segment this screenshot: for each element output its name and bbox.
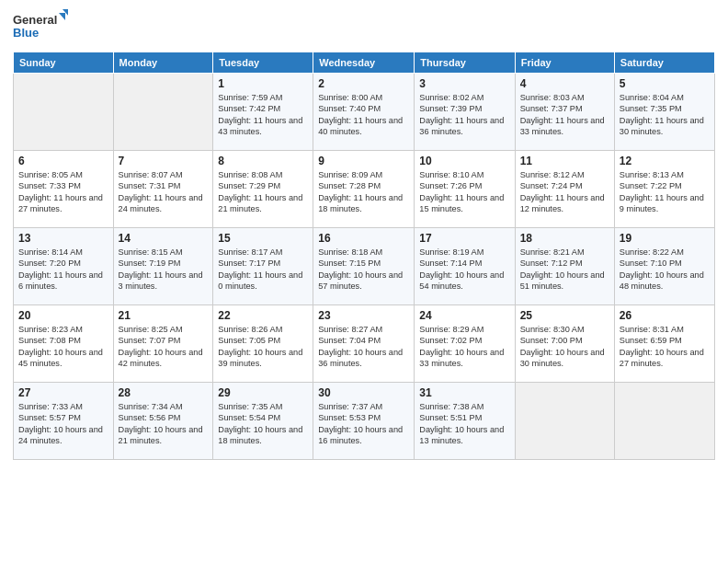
day-info: Sunrise: 8:12 AMSunset: 7:24 PMDaylight:… — [520, 169, 609, 215]
day-number: 19 — [620, 232, 710, 245]
day-number: 7 — [119, 155, 209, 167]
day-number: 6 — [18, 155, 108, 167]
page: General Blue SundayMondayTuesdayWednesda… — [0, 0, 728, 563]
day-number: 2 — [318, 77, 409, 90]
day-number: 10 — [419, 155, 509, 167]
day-number: 5 — [620, 77, 710, 90]
day-number: 20 — [18, 309, 108, 322]
header-day-saturday: Saturday — [614, 52, 714, 74]
calendar-cell: 22Sunrise: 8:26 AMSunset: 7:05 PMDayligh… — [213, 305, 313, 383]
day-number: 24 — [419, 309, 509, 322]
calendar-cell: 8Sunrise: 8:08 AMSunset: 7:29 PMDaylight… — [213, 151, 313, 228]
calendar-cell: 31Sunrise: 7:38 AMSunset: 5:51 PMDayligh… — [415, 383, 515, 460]
day-info: Sunrise: 7:37 AMSunset: 5:53 PMDaylight:… — [318, 401, 409, 447]
day-number: 11 — [520, 155, 609, 167]
calendar-cell: 4Sunrise: 8:03 AMSunset: 7:37 PMDaylight… — [515, 74, 614, 151]
header-day-friday: Friday — [515, 52, 614, 74]
day-info: Sunrise: 8:00 AMSunset: 7:40 PMDaylight:… — [318, 92, 409, 138]
day-info: Sunrise: 8:25 AMSunset: 7:07 PMDaylight:… — [119, 324, 209, 370]
day-info: Sunrise: 8:30 AMSunset: 7:00 PMDaylight:… — [520, 324, 609, 370]
calendar-cell — [14, 74, 114, 151]
day-number: 26 — [620, 309, 710, 322]
day-number: 12 — [620, 155, 710, 167]
day-number: 9 — [318, 155, 409, 167]
day-number: 21 — [119, 309, 209, 322]
calendar-week-1: 1Sunrise: 7:59 AMSunset: 7:42 PMDaylight… — [14, 74, 715, 151]
calendar-cell: 3Sunrise: 8:02 AMSunset: 7:39 PMDaylight… — [415, 74, 515, 151]
day-info: Sunrise: 8:04 AMSunset: 7:35 PMDaylight:… — [620, 92, 710, 138]
day-number: 4 — [520, 77, 609, 90]
day-number: 3 — [419, 77, 509, 90]
day-info: Sunrise: 8:29 AMSunset: 7:02 PMDaylight:… — [419, 324, 509, 370]
day-info: Sunrise: 7:59 AMSunset: 7:42 PMDaylight:… — [218, 92, 308, 138]
day-info: Sunrise: 8:13 AMSunset: 7:22 PMDaylight:… — [620, 169, 710, 215]
day-info: Sunrise: 8:03 AMSunset: 7:37 PMDaylight:… — [520, 92, 609, 138]
day-info: Sunrise: 8:31 AMSunset: 6:59 PMDaylight:… — [620, 324, 710, 370]
day-info: Sunrise: 8:17 AMSunset: 7:17 PMDaylight:… — [218, 247, 308, 293]
calendar-week-2: 6Sunrise: 8:05 AMSunset: 7:33 PMDaylight… — [14, 151, 715, 228]
day-number: 8 — [218, 155, 308, 167]
calendar-body: 1Sunrise: 7:59 AMSunset: 7:42 PMDaylight… — [14, 74, 715, 460]
logo-svg: General Blue — [13, 9, 68, 44]
calendar-cell: 30Sunrise: 7:37 AMSunset: 5:53 PMDayligh… — [313, 383, 415, 460]
header-day-sunday: Sunday — [14, 52, 114, 74]
day-info: Sunrise: 8:27 AMSunset: 7:04 PMDaylight:… — [318, 324, 409, 370]
header-day-wednesday: Wednesday — [313, 52, 415, 74]
day-number: 30 — [318, 386, 409, 399]
calendar-cell: 20Sunrise: 8:23 AMSunset: 7:08 PMDayligh… — [14, 305, 114, 383]
calendar-cell — [515, 383, 614, 460]
day-number: 18 — [520, 232, 609, 245]
day-number: 15 — [218, 232, 308, 245]
day-info: Sunrise: 8:22 AMSunset: 7:10 PMDaylight:… — [620, 247, 710, 293]
day-info: Sunrise: 8:26 AMSunset: 7:05 PMDaylight:… — [218, 324, 308, 370]
day-number: 29 — [218, 386, 308, 399]
calendar-cell: 5Sunrise: 8:04 AMSunset: 7:35 PMDaylight… — [614, 74, 714, 151]
calendar-cell: 18Sunrise: 8:21 AMSunset: 7:12 PMDayligh… — [515, 228, 614, 305]
day-info: Sunrise: 8:08 AMSunset: 7:29 PMDaylight:… — [218, 169, 308, 215]
day-info: Sunrise: 7:34 AMSunset: 5:56 PMDaylight:… — [119, 401, 209, 447]
calendar-cell: 26Sunrise: 8:31 AMSunset: 6:59 PMDayligh… — [614, 305, 714, 383]
day-info: Sunrise: 8:14 AMSunset: 7:20 PMDaylight:… — [18, 247, 108, 293]
calendar-cell: 24Sunrise: 8:29 AMSunset: 7:02 PMDayligh… — [415, 305, 515, 383]
calendar-cell: 21Sunrise: 8:25 AMSunset: 7:07 PMDayligh… — [113, 305, 213, 383]
calendar-cell: 13Sunrise: 8:14 AMSunset: 7:20 PMDayligh… — [14, 228, 114, 305]
calendar-header-row: SundayMondayTuesdayWednesdayThursdayFrid… — [14, 52, 715, 74]
calendar-cell: 1Sunrise: 7:59 AMSunset: 7:42 PMDaylight… — [213, 74, 313, 151]
calendar-week-3: 13Sunrise: 8:14 AMSunset: 7:20 PMDayligh… — [14, 228, 715, 305]
day-info: Sunrise: 8:10 AMSunset: 7:26 PMDaylight:… — [419, 169, 509, 215]
day-number: 16 — [318, 232, 409, 245]
day-number: 1 — [218, 77, 308, 90]
day-info: Sunrise: 8:19 AMSunset: 7:14 PMDaylight:… — [419, 247, 509, 293]
logo: General Blue — [13, 9, 68, 44]
calendar-cell: 19Sunrise: 8:22 AMSunset: 7:10 PMDayligh… — [614, 228, 714, 305]
calendar-cell: 27Sunrise: 7:33 AMSunset: 5:57 PMDayligh… — [14, 383, 114, 460]
svg-marker-2 — [59, 13, 65, 20]
day-number: 27 — [18, 386, 108, 399]
day-info: Sunrise: 8:18 AMSunset: 7:15 PMDaylight:… — [318, 247, 409, 293]
svg-text:Blue: Blue — [13, 26, 39, 40]
calendar-cell: 29Sunrise: 7:35 AMSunset: 5:54 PMDayligh… — [213, 383, 313, 460]
calendar-cell: 28Sunrise: 7:34 AMSunset: 5:56 PMDayligh… — [113, 383, 213, 460]
calendar-cell: 6Sunrise: 8:05 AMSunset: 7:33 PMDaylight… — [14, 151, 114, 228]
calendar-cell — [614, 383, 714, 460]
day-info: Sunrise: 8:15 AMSunset: 7:19 PMDaylight:… — [119, 247, 209, 293]
calendar-cell: 11Sunrise: 8:12 AMSunset: 7:24 PMDayligh… — [515, 151, 614, 228]
calendar-cell: 17Sunrise: 8:19 AMSunset: 7:14 PMDayligh… — [415, 228, 515, 305]
day-number: 14 — [119, 232, 209, 245]
day-info: Sunrise: 8:05 AMSunset: 7:33 PMDaylight:… — [18, 169, 108, 215]
day-info: Sunrise: 8:07 AMSunset: 7:31 PMDaylight:… — [119, 169, 209, 215]
day-info: Sunrise: 7:33 AMSunset: 5:57 PMDaylight:… — [18, 401, 108, 447]
calendar-table: SundayMondayTuesdayWednesdayThursdayFrid… — [13, 52, 715, 460]
calendar-week-4: 20Sunrise: 8:23 AMSunset: 7:08 PMDayligh… — [14, 305, 715, 383]
day-info: Sunrise: 8:02 AMSunset: 7:39 PMDaylight:… — [419, 92, 509, 138]
calendar-cell: 9Sunrise: 8:09 AMSunset: 7:28 PMDaylight… — [313, 151, 415, 228]
day-info: Sunrise: 7:38 AMSunset: 5:51 PMDaylight:… — [419, 401, 509, 447]
day-number: 31 — [419, 386, 509, 399]
header-day-thursday: Thursday — [415, 52, 515, 74]
day-number: 23 — [318, 309, 409, 322]
calendar-cell: 14Sunrise: 8:15 AMSunset: 7:19 PMDayligh… — [113, 228, 213, 305]
day-info: Sunrise: 8:21 AMSunset: 7:12 PMDaylight:… — [520, 247, 609, 293]
day-number: 13 — [18, 232, 108, 245]
day-info: Sunrise: 7:35 AMSunset: 5:54 PMDaylight:… — [218, 401, 308, 447]
svg-text:General: General — [13, 13, 57, 27]
